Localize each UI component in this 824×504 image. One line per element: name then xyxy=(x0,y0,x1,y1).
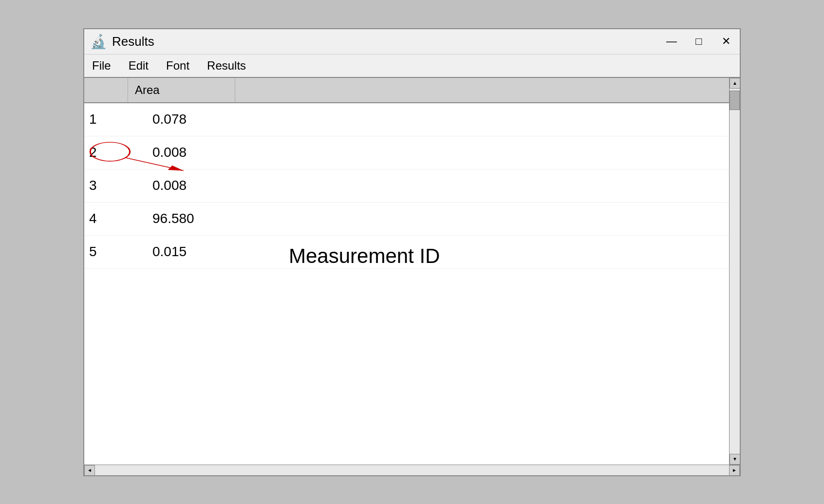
row-5-id: 5 xyxy=(84,244,128,260)
menu-font[interactable]: Font xyxy=(163,58,192,74)
menu-bar: File Edit Font Results xyxy=(84,55,740,78)
title-bar-controls: — □ ✕ xyxy=(664,36,734,47)
maximize-button[interactable]: □ xyxy=(691,36,707,47)
scroll-thumb-right[interactable] xyxy=(730,91,740,110)
minimize-button[interactable]: — xyxy=(664,36,679,47)
table-header: Area xyxy=(84,78,729,103)
row-1-area: 0.078 xyxy=(128,112,235,127)
row-3-id: 3 xyxy=(84,178,128,193)
menu-edit[interactable]: Edit xyxy=(126,58,151,74)
scrollbar-bottom[interactable]: ◄ ► xyxy=(84,465,740,475)
table-container: Area 1 0.078 2 0.008 3 0.008 4 xyxy=(84,78,729,465)
scroll-track-right[interactable] xyxy=(730,89,740,454)
scroll-down-button[interactable]: ▼ xyxy=(730,454,740,465)
scroll-up-button[interactable]: ▲ xyxy=(730,78,740,89)
row-3-area: 0.008 xyxy=(128,178,235,193)
column-header-rest xyxy=(235,78,729,102)
menu-results[interactable]: Results xyxy=(204,58,249,74)
scrollbar-right[interactable]: ▲ ▼ xyxy=(729,78,740,465)
title-bar-left: 🔬 Results xyxy=(90,34,154,50)
measurement-id-label: Measurement ID xyxy=(289,244,440,268)
column-header-area: Area xyxy=(128,78,235,102)
row-5-area: 0.015 xyxy=(128,244,235,260)
table-body: 1 0.078 2 0.008 3 0.008 4 96.580 5 xyxy=(84,103,729,269)
app-icon: 🔬 xyxy=(90,34,107,50)
row-4-id: 4 xyxy=(84,211,128,226)
scroll-right-button[interactable]: ► xyxy=(729,465,740,476)
results-window: 🔬 Results — □ ✕ File Edit Font Results A… xyxy=(83,28,741,476)
window-title: Results xyxy=(112,34,154,49)
table-row: 1 0.078 xyxy=(84,103,729,136)
row-4-area: 96.580 xyxy=(128,211,235,226)
scroll-track-bottom[interactable] xyxy=(95,465,729,475)
title-bar: 🔬 Results — □ ✕ xyxy=(84,29,740,55)
column-header-id xyxy=(84,78,128,102)
table-row: 4 96.580 xyxy=(84,203,729,236)
close-button[interactable]: ✕ xyxy=(718,36,734,47)
table-row: 2 0.008 xyxy=(84,136,729,169)
content-area: Area 1 0.078 2 0.008 3 0.008 4 xyxy=(84,78,740,465)
menu-file[interactable]: File xyxy=(89,58,114,74)
row-2-area: 0.008 xyxy=(128,145,235,160)
row-2-id: 2 xyxy=(84,145,128,160)
row-1-id: 1 xyxy=(84,112,128,127)
table-row: 3 0.008 xyxy=(84,169,729,203)
scroll-left-button[interactable]: ◄ xyxy=(84,465,95,476)
